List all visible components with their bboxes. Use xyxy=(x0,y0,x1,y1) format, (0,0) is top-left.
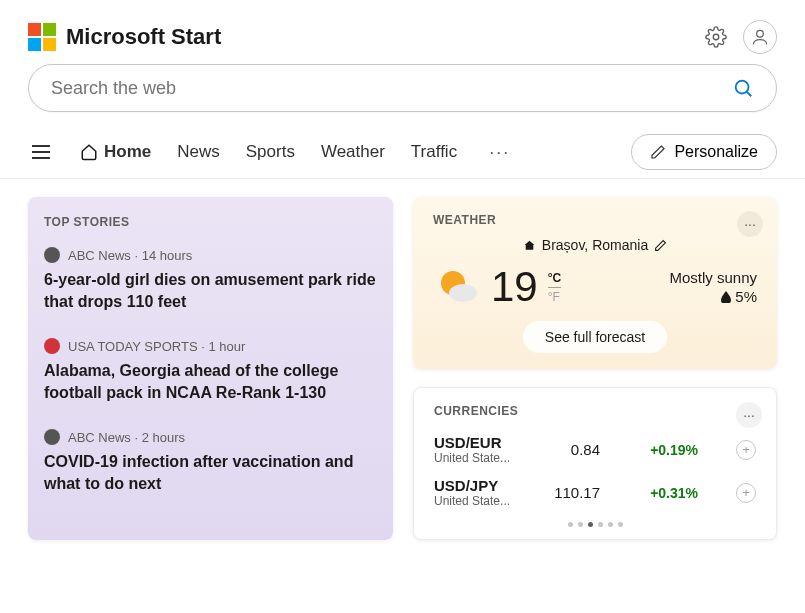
pager-dot[interactable] xyxy=(598,522,603,527)
menu-button[interactable] xyxy=(28,141,54,163)
person-icon xyxy=(750,27,770,47)
svg-point-5 xyxy=(449,284,477,302)
top-stories-card: TOP STORIES ABC News · 14 hours6-year-ol… xyxy=(28,197,393,540)
nav-label: Weather xyxy=(321,142,385,162)
currency-pair: USD/EUR xyxy=(434,434,510,451)
story-item[interactable]: USA TODAY SPORTS · 1 hourAlabama, Georgi… xyxy=(44,338,377,403)
unit-celsius[interactable]: °C xyxy=(548,271,561,288)
currency-pair: USD/JPY xyxy=(434,477,510,494)
story-title: 6-year-old girl dies on amusement park r… xyxy=(44,269,377,312)
pencil-icon xyxy=(650,144,666,160)
story-source: USA TODAY SPORTS · 1 hour xyxy=(68,339,245,354)
currency-value: 110.17 xyxy=(548,484,600,501)
nav-weather[interactable]: Weather xyxy=(321,142,385,162)
currencies-title: CURRENCIES xyxy=(434,404,756,418)
unit-fahrenheit[interactable]: °F xyxy=(548,290,561,304)
currency-change: +0.31% xyxy=(638,485,698,501)
story-source: ABC News · 14 hours xyxy=(68,248,192,263)
source-icon xyxy=(44,247,60,263)
brand-logo-group[interactable]: Microsoft Start xyxy=(28,23,221,51)
drop-icon xyxy=(721,291,731,303)
nav-label: News xyxy=(177,142,220,162)
svg-point-0 xyxy=(713,34,719,40)
source-icon xyxy=(44,338,60,354)
weather-location[interactable]: Brașov, Romania xyxy=(433,237,757,253)
nav-label: Traffic xyxy=(411,142,457,162)
pager-dot[interactable] xyxy=(608,522,613,527)
see-forecast-button[interactable]: See full forecast xyxy=(523,321,667,353)
currencies-more-button[interactable]: ··· xyxy=(736,402,762,428)
story-title: COVID-19 infection after vaccination and… xyxy=(44,451,377,494)
currency-desc: United State... xyxy=(434,494,510,508)
source-icon xyxy=(44,429,60,445)
currency-value: 0.84 xyxy=(548,441,600,458)
currencies-card: CURRENCIES ··· USD/EURUnited State...0.8… xyxy=(413,387,777,540)
pager-dot[interactable] xyxy=(618,522,623,527)
ms-logo-icon xyxy=(28,23,56,51)
sun-cloud-icon xyxy=(433,263,481,311)
add-currency-button[interactable]: + xyxy=(736,483,756,503)
currencies-pager[interactable] xyxy=(434,522,756,527)
home-icon xyxy=(523,239,536,252)
nav-traffic[interactable]: Traffic xyxy=(411,142,457,162)
story-title: Alabama, Georgia ahead of the college fo… xyxy=(44,360,377,403)
story-item[interactable]: ABC News · 14 hours6-year-old girl dies … xyxy=(44,247,377,312)
gear-icon xyxy=(705,26,727,48)
temperature-value: 19 xyxy=(491,263,538,311)
settings-button[interactable] xyxy=(701,22,731,52)
pager-dot[interactable] xyxy=(568,522,573,527)
nav-more-button[interactable]: ··· xyxy=(489,142,510,163)
search-input[interactable] xyxy=(51,78,732,99)
nav-label: Sports xyxy=(246,142,295,162)
temperature-units[interactable]: °C °F xyxy=(548,271,561,304)
top-stories-title: TOP STORIES xyxy=(44,215,377,229)
humidity-value: 5% xyxy=(735,288,757,305)
search-box[interactable] xyxy=(28,64,777,112)
pager-dot[interactable] xyxy=(588,522,593,527)
nav-home[interactable]: Home xyxy=(80,142,151,162)
currency-change: +0.19% xyxy=(638,442,698,458)
svg-line-3 xyxy=(747,92,751,96)
currency-row[interactable]: USD/EURUnited State...0.84+0.19%+ xyxy=(434,428,756,471)
profile-button[interactable] xyxy=(743,20,777,54)
nav-news[interactable]: News xyxy=(177,142,220,162)
currency-desc: United State... xyxy=(434,451,510,465)
search-icon[interactable] xyxy=(732,77,754,99)
personalize-button[interactable]: Personalize xyxy=(631,134,777,170)
pencil-icon[interactable] xyxy=(654,239,667,252)
weather-card: WEATHER ··· Brașov, Romania 19 °C °F Mos… xyxy=(413,197,777,369)
story-item[interactable]: ABC News · 2 hoursCOVID-19 infection aft… xyxy=(44,429,377,494)
weather-title: WEATHER xyxy=(433,213,757,227)
location-text: Brașov, Romania xyxy=(542,237,648,253)
brand-title: Microsoft Start xyxy=(66,24,221,50)
pager-dot[interactable] xyxy=(578,522,583,527)
weather-condition: Mostly sunny xyxy=(669,269,757,286)
add-currency-button[interactable]: + xyxy=(736,440,756,460)
weather-more-button[interactable]: ··· xyxy=(737,211,763,237)
personalize-label: Personalize xyxy=(674,143,758,161)
svg-point-2 xyxy=(736,81,749,94)
svg-point-1 xyxy=(757,30,764,37)
nav-sports[interactable]: Sports xyxy=(246,142,295,162)
currency-row[interactable]: USD/JPYUnited State...110.17+0.31%+ xyxy=(434,471,756,514)
nav-label: Home xyxy=(104,142,151,162)
story-source: ABC News · 2 hours xyxy=(68,430,185,445)
home-icon xyxy=(80,143,98,161)
